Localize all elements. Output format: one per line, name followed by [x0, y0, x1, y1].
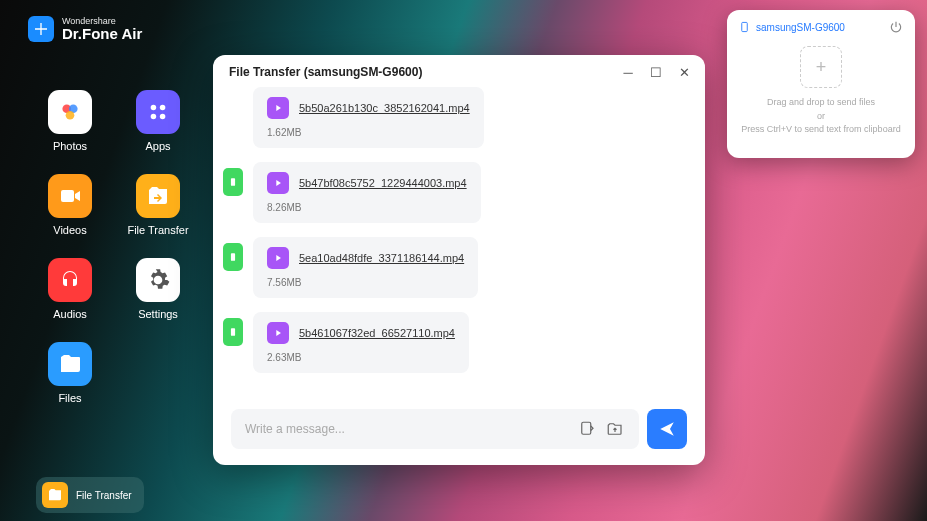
titlebar: File Transfer (samsungSM-G9600) ─ ☐ ✕ — [213, 55, 705, 87]
file-transfer-icon — [42, 482, 68, 508]
videos-icon — [48, 174, 92, 218]
svg-point-4 — [160, 105, 166, 111]
device-avatar-icon — [223, 318, 243, 346]
launcher-file-transfer[interactable]: File Transfer — [118, 174, 198, 236]
file-link[interactable]: 5b50a261b130c_3852162041.mp4 — [299, 102, 470, 114]
file-transfer-icon — [136, 174, 180, 218]
phone-icon — [739, 20, 750, 34]
launcher-settings[interactable]: Settings — [118, 258, 198, 320]
audios-icon — [48, 258, 92, 302]
video-file-icon — [267, 322, 289, 344]
message: 5b47bf08c5752_1229444003.mp4 8.26MB — [223, 162, 689, 223]
svg-rect-10 — [231, 328, 235, 336]
file-bubble: 5b50a261b130c_3852162041.mp4 1.62MB — [253, 87, 484, 148]
desktop: Wondershare Dr.Fone Air Photos Apps Vide… — [0, 0, 927, 521]
attach-folder-icon[interactable] — [601, 415, 629, 443]
file-link[interactable]: 5b461067f32ed_66527110.mp4 — [299, 327, 455, 339]
launcher: Photos Apps Videos File Transfer Audios — [30, 90, 198, 404]
file-bubble: 5b47bf08c5752_1229444003.mp4 8.26MB — [253, 162, 481, 223]
apps-icon — [136, 90, 180, 134]
taskbar-label: File Transfer — [76, 490, 132, 501]
chat-area: 5b50a261b130c_3852162041.mp4 1.62MB 5b47… — [213, 87, 705, 399]
launcher-videos[interactable]: Videos — [30, 174, 110, 236]
device-avatar-icon — [223, 243, 243, 271]
files-icon — [48, 342, 92, 386]
svg-rect-11 — [582, 422, 591, 434]
brand-main: Dr.Fone Air — [62, 26, 142, 41]
launcher-files[interactable]: Files — [30, 342, 110, 404]
svg-point-2 — [66, 111, 75, 120]
taskbar-item[interactable]: File Transfer — [36, 477, 144, 513]
file-bubble: 5ea10ad48fdfe_3371186144.mp4 7.56MB — [253, 237, 478, 298]
file-link[interactable]: 5ea10ad48fdfe_3371186144.mp4 — [299, 252, 464, 264]
send-button[interactable] — [647, 409, 687, 449]
video-file-icon — [267, 172, 289, 194]
svg-point-3 — [151, 105, 157, 111]
brand: Wondershare Dr.Fone Air — [28, 16, 142, 42]
message-input[interactable] — [245, 422, 573, 436]
device-avatar-icon — [223, 168, 243, 196]
launcher-apps[interactable]: Apps — [118, 90, 198, 152]
svg-rect-9 — [231, 253, 235, 261]
device-panel: samsungSM-G9600 + Drag and drop to send … — [727, 10, 915, 158]
message-input-wrap — [231, 409, 639, 449]
file-link[interactable]: 5b47bf08c5752_1229444003.mp4 — [299, 177, 467, 189]
power-button[interactable] — [889, 20, 903, 34]
brand-icon — [28, 16, 54, 42]
plus-icon[interactable]: + — [800, 46, 842, 88]
file-size: 2.63MB — [267, 352, 455, 363]
settings-icon — [136, 258, 180, 302]
svg-rect-7 — [61, 190, 74, 202]
file-bubble: 5b461067f32ed_66527110.mp4 2.63MB — [253, 312, 469, 373]
svg-point-6 — [160, 114, 166, 120]
svg-rect-12 — [742, 22, 748, 31]
device-name[interactable]: samsungSM-G9600 — [739, 20, 845, 34]
launcher-photos[interactable]: Photos — [30, 90, 110, 152]
svg-point-5 — [151, 114, 157, 120]
brand-sub: Wondershare — [62, 17, 142, 26]
message: 5b50a261b130c_3852162041.mp4 1.62MB — [223, 87, 689, 148]
file-size: 8.26MB — [267, 202, 467, 213]
maximize-button[interactable]: ☐ — [649, 65, 663, 79]
launcher-audios[interactable]: Audios — [30, 258, 110, 320]
drop-zone[interactable]: + Drag and drop to send files or Press C… — [739, 46, 903, 137]
file-transfer-window: File Transfer (samsungSM-G9600) ─ ☐ ✕ 5b… — [213, 55, 705, 465]
svg-rect-8 — [231, 178, 235, 186]
drop-hint: Drag and drop to send files or Press Ctr… — [741, 96, 900, 137]
video-file-icon — [267, 97, 289, 119]
file-size: 7.56MB — [267, 277, 464, 288]
power-icon — [889, 20, 903, 34]
attach-file-icon[interactable] — [573, 415, 601, 443]
minimize-button[interactable]: ─ — [621, 65, 635, 79]
video-file-icon — [267, 247, 289, 269]
file-size: 1.62MB — [267, 127, 470, 138]
close-button[interactable]: ✕ — [677, 65, 691, 79]
photos-icon — [48, 90, 92, 134]
composer — [213, 399, 705, 465]
message: 5ea10ad48fdfe_3371186144.mp4 7.56MB — [223, 237, 689, 298]
window-title: File Transfer (samsungSM-G9600) — [229, 65, 422, 79]
message: 5b461067f32ed_66527110.mp4 2.63MB — [223, 312, 689, 373]
